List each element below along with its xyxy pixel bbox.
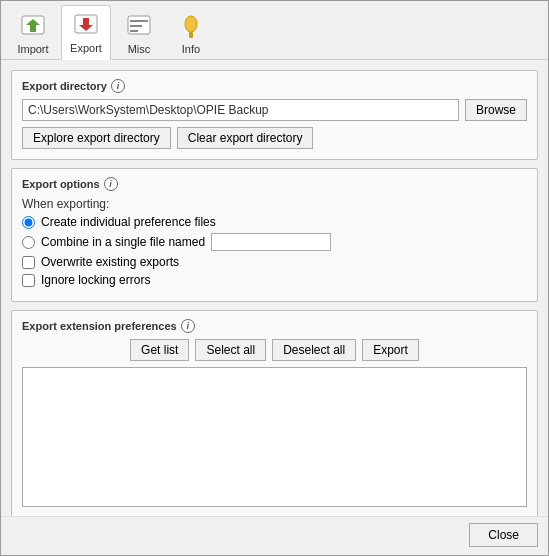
when-exporting-label: When exporting: — [22, 197, 527, 211]
radio-combine-row: Combine in a single file named — [22, 233, 527, 251]
info-label: Info — [182, 43, 200, 55]
svg-rect-9 — [189, 32, 193, 38]
export-options-title: Export options i — [22, 177, 527, 191]
export-options-info-icon[interactable]: i — [104, 177, 118, 191]
extension-button-row: Get list Select all Deselect all Export — [22, 339, 527, 361]
export-icon — [70, 10, 102, 42]
export-directory-section: Export directory i Browse Explore export… — [11, 70, 538, 160]
directory-row: Browse — [22, 99, 527, 121]
export-directory-label: Export directory — [22, 80, 107, 92]
svg-rect-7 — [130, 30, 138, 32]
svg-rect-6 — [130, 25, 142, 27]
check-overwrite-row: Overwrite existing exports — [22, 255, 527, 269]
directory-button-row: Explore export directory Clear export di… — [22, 127, 527, 149]
radio-combine[interactable] — [22, 236, 35, 249]
export-directory-info-icon[interactable]: i — [111, 79, 125, 93]
export-label: Export — [70, 42, 102, 54]
export-extension-info-icon[interactable]: i — [181, 319, 195, 333]
get-list-button[interactable]: Get list — [130, 339, 189, 361]
svg-rect-5 — [130, 20, 148, 22]
export-directory-title: Export directory i — [22, 79, 527, 93]
export-options-section: Export options i When exporting: Create … — [11, 168, 538, 302]
export-extension-label: Export extension preferences — [22, 320, 177, 332]
combine-filename-input[interactable] — [211, 233, 331, 251]
explore-button[interactable]: Explore export directory — [22, 127, 171, 149]
import-icon — [17, 11, 49, 43]
export-button[interactable]: Export — [362, 339, 419, 361]
radio-combine-label[interactable]: Combine in a single file named — [41, 235, 205, 249]
check-locking-label[interactable]: Ignore locking errors — [41, 273, 150, 287]
tab-misc[interactable]: Misc — [115, 7, 163, 59]
export-extension-title: Export extension preferences i — [22, 319, 527, 333]
svg-point-8 — [185, 16, 197, 32]
radio-individual-label[interactable]: Create individual preference files — [41, 215, 216, 229]
main-content: Export directory i Browse Explore export… — [1, 60, 548, 516]
export-extension-section: Export extension preferences i Get list … — [11, 310, 538, 516]
tab-import[interactable]: Import — [9, 7, 57, 59]
directory-input[interactable] — [22, 99, 459, 121]
tab-export[interactable]: Export — [61, 5, 111, 60]
footer: Close — [1, 516, 548, 555]
browse-button[interactable]: Browse — [465, 99, 527, 121]
radio-individual[interactable] — [22, 216, 35, 229]
close-button[interactable]: Close — [469, 523, 538, 547]
main-window: Import Export Misc — [0, 0, 549, 556]
info-tab-icon — [175, 11, 207, 43]
misc-icon — [123, 11, 155, 43]
toolbar: Import Export Misc — [1, 1, 548, 60]
tab-info[interactable]: Info — [167, 7, 215, 59]
check-overwrite[interactable] — [22, 256, 35, 269]
check-overwrite-label[interactable]: Overwrite existing exports — [41, 255, 179, 269]
check-locking-row: Ignore locking errors — [22, 273, 527, 287]
deselect-all-button[interactable]: Deselect all — [272, 339, 356, 361]
export-options-label: Export options — [22, 178, 100, 190]
select-all-button[interactable]: Select all — [195, 339, 266, 361]
check-locking[interactable] — [22, 274, 35, 287]
misc-label: Misc — [128, 43, 151, 55]
radio-individual-row: Create individual preference files — [22, 215, 527, 229]
extension-list[interactable] — [22, 367, 527, 507]
clear-button[interactable]: Clear export directory — [177, 127, 314, 149]
import-label: Import — [17, 43, 48, 55]
